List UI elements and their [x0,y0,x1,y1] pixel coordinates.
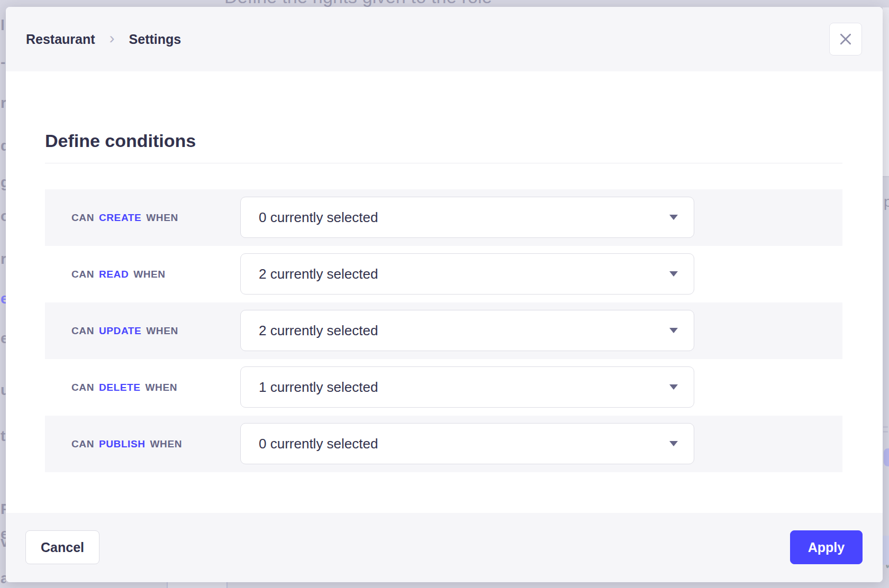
background-page-heading: Define the rights given to the role [224,0,492,7]
define-conditions-modal: Restaurant › Settings Define conditions … [6,7,883,582]
backdrop-fragment-line [883,431,888,433]
breadcrumb: Restaurant › Settings [26,7,181,71]
backdrop-fragment-panel [883,536,889,565]
condition-label: CAN DELETE WHEN [71,359,177,416]
backdrop-text-fragment: u [1,383,6,398]
backdrop-text-fragment: er [1,331,6,346]
can-publish-condition-select[interactable]: 0 currently selected [240,423,694,464]
select-value: 1 currently selected [259,379,669,396]
condition-row-read: CAN READ WHEN 2 currently selected [45,246,842,302]
backdrop-text-fragment: p [884,195,889,209]
chevron-down-icon [669,441,678,446]
condition-row-delete: CAN DELETE WHEN 1 currently selected [45,359,842,416]
condition-row-publish: CAN PUBLISH WHEN 0 currently selected [45,416,842,472]
breadcrumb-item-settings: Settings [129,32,182,47]
backdrop-text-fragment: o [1,209,6,224]
backdrop-fragment-panel [883,7,889,176]
label-prefix: CAN [71,325,94,337]
condition-row-create: CAN CREATE WHEN 0 currently selected [45,189,842,246]
close-button[interactable] [829,23,862,56]
can-read-condition-select[interactable]: 2 currently selected [240,253,694,295]
backdrop-text-fragment: g [1,175,6,190]
label-action: CREATE [99,212,141,224]
condition-label: CAN CREATE WHEN [71,189,178,246]
chevron-right-icon: › [110,30,115,46]
apply-button[interactable]: Apply [790,530,863,564]
can-delete-condition-select[interactable]: 1 currently selected [240,366,694,408]
backdrop-text-fragment: P [1,502,6,517]
label-action: READ [99,269,129,280]
page-title: Define conditions [45,130,196,151]
cancel-button[interactable]: Cancel [25,530,99,564]
modal-header: Restaurant › Settings [6,7,883,71]
backdrop-text-fragment: v [1,535,6,549]
backdrop-fragment-line [883,426,888,428]
backdrop-fragment-line [167,582,168,588]
can-update-condition-select[interactable]: 2 currently selected [240,310,694,351]
label-suffix: WHEN [146,212,178,224]
backdrop-text-fragment: r [1,96,6,111]
condition-label: CAN PUBLISH WHEN [71,416,182,472]
backdrop-text-fragment: e [1,291,6,306]
condition-row-update: CAN UPDATE WHEN 2 currently selected [45,302,842,359]
backdrop-fragment-line [883,176,889,177]
modal-footer: Cancel Apply [6,513,883,582]
condition-label: CAN READ WHEN [71,246,166,302]
condition-label: CAN UPDATE WHEN [71,302,178,359]
backdrop-left-strip: l-rdgoreerutiPevai [0,0,6,588]
chevron-down-icon [669,271,678,277]
label-action: DELETE [99,382,141,393]
label-suffix: WHEN [150,438,182,450]
conditions-list: CAN CREATE WHEN 0 currently selected CAN… [45,189,842,472]
label-action: PUBLISH [99,438,146,450]
select-value: 0 currently selected [259,209,669,226]
chevron-down-icon [669,384,678,390]
screen: Define the rights given to the role l-rd… [0,0,889,588]
backdrop-bottom-strip [0,582,889,588]
label-prefix: CAN [71,382,94,393]
chevron-down-icon [669,215,678,220]
label-prefix: CAN [71,212,94,224]
backdrop-fragment-panel [167,582,226,588]
divider [45,163,842,163]
close-icon [839,32,852,46]
select-value: 0 currently selected [259,436,669,452]
label-prefix: CAN [71,438,94,450]
label-prefix: CAN [71,269,94,280]
backdrop-top-strip: Define the rights given to the role [0,0,889,7]
label-suffix: WHEN [146,325,178,337]
label-action: UPDATE [99,325,141,337]
backdrop-text-fragment: l [1,18,5,33]
backdrop-fragment-button [884,448,889,466]
label-suffix: WHEN [133,269,165,280]
backdrop-text-fragment: - [1,55,5,70]
backdrop-fragment-line [226,582,228,588]
chevron-down-icon [669,328,678,333]
can-create-condition-select[interactable]: 0 currently selected [240,197,694,238]
backdrop-text-fragment: d [1,139,6,153]
select-value: 2 currently selected [259,323,669,339]
breadcrumb-item-restaurant: Restaurant [26,32,95,47]
label-suffix: WHEN [146,382,177,393]
select-value: 2 currently selected [259,266,669,282]
backdrop-text-fragment: r [1,252,6,267]
backdrop-text-fragment: ti [1,429,6,444]
